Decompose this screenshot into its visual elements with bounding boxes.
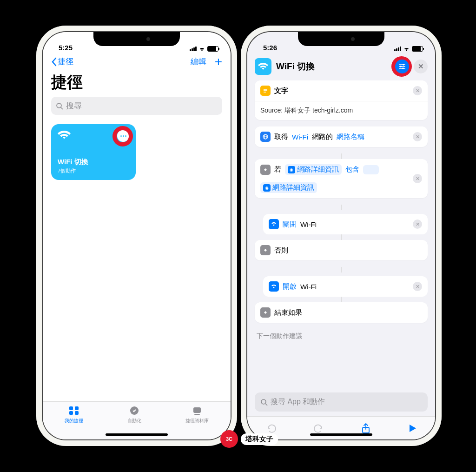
- search-apps-input[interactable]: 搜尋 App 和動作: [255, 392, 428, 412]
- settings-button[interactable]: [395, 60, 409, 73]
- svg-point-13: [400, 66, 402, 67]
- svg-point-12: [403, 64, 404, 66]
- svg-line-20: [265, 404, 267, 406]
- search-input[interactable]: 搜尋: [51, 97, 222, 115]
- wifi-icon: [269, 281, 279, 292]
- action-end-if[interactable]: 結束如果: [255, 302, 428, 323]
- watermark: 3C 塔科女子: [220, 430, 278, 448]
- wifi-icon: [198, 47, 205, 52]
- wifi-icon: [269, 219, 279, 229]
- back-button[interactable]: 捷徑: [51, 56, 73, 67]
- status-time: 5:25: [59, 44, 73, 52]
- close-button[interactable]: ✕: [414, 60, 428, 73]
- blank-value[interactable]: [363, 165, 379, 174]
- svg-rect-4: [69, 411, 73, 415]
- shortcut-title[interactable]: WiFi 切換: [276, 60, 390, 73]
- shortcut-icon[interactable]: [255, 58, 271, 75]
- action-connector: [255, 267, 428, 273]
- search-icon: [260, 399, 268, 406]
- edit-button[interactable]: 編輯: [191, 56, 206, 67]
- phone-frame-right: 5:26 WiFi 切換 ✕ 文字: [241, 26, 442, 446]
- action-text[interactable]: 文字 ✕ Source: 塔科女子 tech-girlz.com: [255, 80, 428, 120]
- automation-icon: [129, 406, 140, 416]
- action-get-network-details[interactable]: 取得 Wi-Fi 網路的 網路名稱 ✕: [255, 126, 428, 147]
- page-title: 捷徑: [43, 70, 231, 97]
- variable-network-details[interactable]: ◉網路詳細資訊: [285, 164, 342, 175]
- action-set-wifi-on[interactable]: 開啟 Wi-Fi ✕: [263, 276, 428, 297]
- delete-action-button[interactable]: ✕: [413, 174, 422, 183]
- token-wifi[interactable]: Wi-Fi: [292, 133, 308, 141]
- status-indicators: [190, 46, 218, 52]
- svg-line-1: [61, 107, 63, 109]
- notch: [298, 32, 384, 46]
- svg-point-14: [402, 67, 404, 69]
- action-connector: [255, 153, 428, 159]
- action-else[interactable]: 否則: [255, 240, 428, 260]
- run-button[interactable]: [408, 423, 417, 433]
- delete-action-button[interactable]: ✕: [413, 219, 422, 229]
- status-time: 5:26: [263, 44, 277, 52]
- svg-point-19: [261, 399, 266, 404]
- scripting-icon: [260, 307, 271, 318]
- action-connector: [255, 297, 428, 302]
- tile-title: WiFi 切換: [58, 158, 129, 166]
- action-label: 文字: [274, 86, 288, 95]
- search-icon: [56, 102, 63, 110]
- share-button[interactable]: [361, 423, 371, 434]
- scripting-icon: [260, 165, 271, 175]
- delete-action-button[interactable]: ✕: [413, 282, 422, 291]
- svg-rect-3: [75, 406, 79, 410]
- chevron-left-icon: [51, 57, 57, 66]
- wifi-icon: [258, 62, 268, 71]
- svg-rect-7: [193, 407, 201, 413]
- cellular-icon: [190, 47, 197, 51]
- phone-frame-left: 5:25 捷徑 編輯 + 捷徑 搜尋: [36, 26, 237, 446]
- editor-header: WiFi 切換 ✕: [247, 53, 435, 80]
- redo-button[interactable]: [313, 423, 324, 433]
- tab-gallery[interactable]: 捷徑資料庫: [185, 406, 209, 439]
- svg-rect-8: [194, 414, 200, 415]
- add-button[interactable]: +: [215, 57, 222, 66]
- battery-icon: [207, 46, 218, 52]
- back-label: 捷徑: [58, 56, 73, 67]
- tile-subtitle: 7個動作: [58, 167, 129, 174]
- watermark-badge: 3C: [220, 430, 238, 448]
- cellular-icon: [394, 47, 401, 51]
- wifi-icon: [58, 130, 71, 140]
- next-action-suggestion-label: 下一個動作建議: [255, 329, 428, 342]
- wifi-icon: [403, 47, 410, 52]
- screen-shortcuts-library: 5:25 捷徑 編輯 + 捷徑 搜尋: [43, 32, 231, 439]
- annotation-highlight-ring: [112, 126, 133, 146]
- action-if[interactable]: 若 ◉網路詳細資訊 包含 ✕ ◉網路詳細資訊: [255, 159, 428, 198]
- editor-body[interactable]: 文字 ✕ Source: 塔科女子 tech-girlz.com 取得 Wi-F…: [247, 80, 435, 388]
- sliders-icon: [398, 63, 406, 70]
- svg-rect-2: [69, 406, 73, 410]
- token-on[interactable]: 開啟: [283, 282, 297, 291]
- status-indicators: [394, 46, 423, 52]
- action-connector: [255, 205, 428, 210]
- shortcut-tile-wifi-toggle[interactable]: WiFi 切換 7個動作: [51, 124, 136, 180]
- action-set-wifi-off[interactable]: 關閉 Wi-Fi ✕: [263, 214, 428, 234]
- search-apps-placeholder: 搜尋 App 和動作: [271, 397, 325, 407]
- delete-action-button[interactable]: ✕: [413, 86, 422, 95]
- watermark-text: 塔科女子: [241, 433, 278, 445]
- home-indicator[interactable]: [310, 433, 372, 436]
- token-network-name[interactable]: 網路名稱: [337, 133, 364, 141]
- text-icon: [260, 86, 271, 96]
- action-connector: [255, 234, 428, 240]
- variable-network-details-line2[interactable]: ◉網路詳細資訊: [260, 182, 317, 193]
- token-contains[interactable]: 包含: [345, 165, 359, 174]
- tab-my-shortcuts[interactable]: 我的捷徑: [65, 406, 83, 439]
- svg-rect-5: [75, 411, 79, 415]
- scripting-icon: [260, 245, 271, 255]
- token-off[interactable]: 關閉: [283, 220, 297, 229]
- gallery-icon: [192, 406, 203, 416]
- svg-point-0: [57, 103, 61, 108]
- search-placeholder: 搜尋: [66, 100, 82, 111]
- delete-action-button[interactable]: ✕: [413, 132, 422, 141]
- text-content[interactable]: Source: 塔科女子 tech-girlz.com: [260, 106, 353, 115]
- notch: [93, 32, 180, 46]
- nav-bar: 捷徑 編輯 +: [43, 53, 231, 70]
- home-indicator[interactable]: [106, 433, 168, 436]
- network-icon: [260, 132, 271, 142]
